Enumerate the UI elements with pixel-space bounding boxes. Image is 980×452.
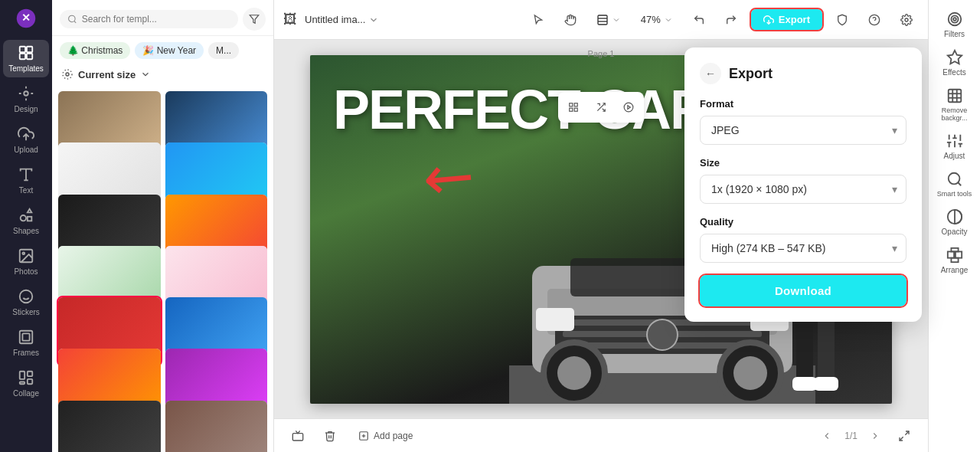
format-label: Format	[700, 98, 906, 110]
svg-text:✕: ✕	[21, 11, 31, 24]
svg-line-68	[900, 437, 903, 441]
right-item-label-adjust: Adjust	[944, 152, 965, 160]
sidebar-item-text[interactable]: Text	[3, 162, 49, 199]
svg-point-57	[733, 356, 767, 390]
gear-icon	[900, 14, 913, 26]
sidebar-item-templates[interactable]: Templates	[3, 40, 49, 77]
shield-button[interactable]	[830, 8, 854, 32]
zoom-level-text: 47%	[641, 14, 661, 25]
svg-rect-2	[20, 47, 25, 52]
svg-rect-38	[570, 108, 573, 111]
preview-button[interactable]	[616, 95, 641, 120]
right-item-adjust[interactable]: Adjust	[932, 128, 978, 165]
filter-button[interactable]	[243, 8, 266, 31]
sidebar-item-upload[interactable]: Upload	[3, 121, 49, 159]
svg-rect-62	[814, 377, 838, 391]
size-label: Size	[700, 157, 906, 169]
sidebar-item-label-collage: Collage	[13, 389, 39, 398]
svg-rect-37	[574, 103, 577, 106]
tab-more[interactable]: M...	[208, 42, 239, 59]
delete-button[interactable]	[318, 424, 341, 447]
quality-select[interactable]: High (274 KB – 547 KB) Medium Low	[700, 234, 906, 263]
current-size-bar[interactable]: Current size	[52, 62, 273, 87]
redo-button[interactable]	[719, 8, 743, 32]
search-input[interactable]	[82, 14, 230, 25]
right-item-smart-tools[interactable]: Smart tools	[932, 166, 978, 202]
right-item-remove-bg[interactable]: Remove backgr...	[932, 83, 978, 126]
svg-marker-43	[628, 106, 631, 110]
page-indicator: 1/1	[844, 431, 858, 441]
layout-chevron-icon	[612, 15, 621, 25]
right-item-label-filters: Filters	[944, 30, 965, 38]
sidebar-item-collage[interactable]: Collage	[3, 365, 49, 402]
template-thumb-13[interactable]	[58, 401, 161, 452]
zoom-button[interactable]: 47%	[635, 11, 679, 28]
right-item-label-effects: Effects	[942, 68, 965, 77]
sidebar-item-frames[interactable]: Frames	[3, 324, 49, 362]
sidebar-item-stickers[interactable]: Stickers	[3, 283, 49, 321]
bottom-toolbar: Add page 1/1	[274, 418, 928, 452]
format-select[interactable]: JPEG PNG PDF SVG MP4	[700, 116, 906, 145]
svg-point-55	[557, 356, 591, 390]
storyboard-button[interactable]	[286, 424, 309, 447]
size-select[interactable]: 1x (1920 × 1080 px) 2x (3840 × 2160 px) …	[700, 175, 906, 204]
template-thumb-14[interactable]	[165, 401, 268, 452]
right-item-effects[interactable]: Effects	[932, 44, 978, 81]
right-item-label-remove-bg: Remove backgr...	[935, 106, 975, 122]
canvas-text-overlay: PERFECT CAR	[333, 78, 708, 141]
settings-button[interactable]	[894, 8, 919, 32]
svg-point-87	[948, 173, 959, 185]
svg-marker-72	[947, 51, 961, 64]
help-button[interactable]	[862, 8, 887, 32]
svg-point-69	[948, 13, 961, 26]
pan-icon	[564, 14, 577, 26]
select-tool-button[interactable]	[526, 8, 550, 32]
right-item-arrange[interactable]: Arrange	[932, 242, 978, 279]
app-logo[interactable]: ✕	[14, 6, 38, 31]
sidebar-item-label-stickers: Stickers	[12, 308, 40, 316]
sidebar-item-label-design: Design	[14, 105, 38, 113]
right-item-opacity[interactable]: Opacity	[932, 204, 978, 241]
component-view-button[interactable]	[589, 95, 613, 120]
remove-bg-icon	[946, 87, 963, 104]
filter-icon	[249, 14, 260, 25]
svg-point-15	[20, 290, 33, 303]
next-page-button[interactable]	[864, 424, 887, 447]
svg-rect-60	[818, 312, 835, 381]
svg-rect-21	[28, 372, 32, 376]
pan-tool-button[interactable]	[558, 8, 583, 32]
sidebar-item-label-templates: Templates	[8, 64, 44, 73]
svg-rect-4	[20, 54, 25, 59]
tab-newyear[interactable]: 🎉 New Year	[135, 42, 204, 59]
doc-title-chevron-icon	[368, 15, 379, 25]
export-back-button[interactable]: ←	[700, 63, 721, 84]
download-button[interactable]: Download	[700, 275, 906, 306]
undo-button[interactable]	[687, 8, 711, 32]
page-label: Page 1	[588, 49, 615, 58]
right-item-filters[interactable]: Filters	[932, 6, 978, 43]
sidebar-item-photos[interactable]: Photos	[3, 243, 49, 280]
fullscreen-button[interactable]	[893, 424, 916, 447]
format-section: Format JPEG PNG PDF SVG MP4 ▾	[700, 98, 906, 145]
layout-button[interactable]	[590, 11, 627, 29]
filters-icon	[946, 11, 963, 28]
svg-rect-61	[792, 377, 817, 391]
export-button[interactable]: Export	[751, 9, 822, 30]
add-page-button[interactable]: Add page	[351, 427, 420, 444]
prev-page-button[interactable]	[815, 424, 838, 447]
tab-christmas[interactable]: 🌲 Christmas	[60, 42, 130, 59]
trash-icon	[324, 430, 336, 442]
svg-rect-52	[536, 308, 574, 331]
format-select-wrap: JPEG PNG PDF SVG MP4 ▾	[700, 116, 906, 145]
grid-view-button[interactable]	[561, 95, 586, 120]
search-input-wrap[interactable]	[60, 10, 238, 28]
add-page-label: Add page	[374, 431, 413, 441]
sidebar-item-shapes[interactable]: Shapes	[3, 202, 49, 240]
sidebar-item-label-upload: Upload	[14, 146, 38, 154]
doc-title-button[interactable]: Untitled ima...	[305, 14, 379, 25]
right-item-label-smart-tools: Smart tools	[937, 190, 972, 198]
effects-icon	[946, 49, 963, 66]
current-size-chevron-icon	[140, 69, 151, 80]
zoom-chevron-icon	[664, 15, 673, 25]
sidebar-item-design[interactable]: Design	[3, 80, 49, 118]
